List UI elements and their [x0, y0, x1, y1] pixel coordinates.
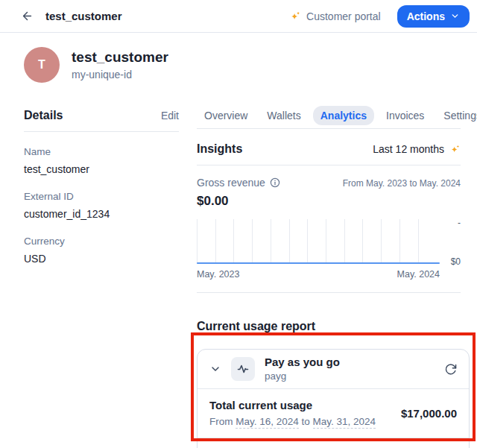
insights-header: Insights Last 12 months [197, 142, 461, 156]
total-usage-label: Total current usage [209, 398, 376, 412]
info-icon[interactable] [270, 177, 280, 188]
back-button[interactable] [21, 10, 34, 22]
chart-gridline [362, 219, 363, 264]
tab-settings[interactable]: Settings [436, 106, 477, 125]
gross-revenue-value: $0.00 [197, 194, 461, 209]
tab-analytics[interactable]: Analytics [313, 106, 374, 125]
x-axis-label-left: May. 2023 [197, 269, 239, 280]
insights-title: Insights [197, 142, 242, 156]
period-selector[interactable]: Last 12 months [373, 143, 461, 155]
usage-report-title: Current usage report [197, 320, 461, 333]
gross-revenue-chart: - $0 [197, 219, 461, 264]
chart-gridline [215, 219, 216, 264]
chart-gridline [197, 219, 198, 264]
edit-button[interactable]: Edit [161, 110, 179, 122]
main-content: Overview Wallets Analytics Invoices Sett… [197, 104, 461, 448]
actions-button[interactable]: Actions [397, 5, 470, 28]
customer-name: test_customer [72, 48, 168, 66]
chart-gridlines [197, 219, 418, 264]
plan-name: Pay as you go [265, 355, 340, 369]
chart-plot-area [197, 219, 440, 264]
total-usage-row: Total current usage From May. 16, 2024 t… [198, 389, 469, 438]
sparkle-icon [449, 144, 461, 155]
pulse-icon [237, 363, 249, 375]
chart-divider [197, 292, 461, 293]
details-title: Details [24, 109, 63, 122]
refresh-icon [444, 363, 457, 376]
insights-divider [197, 165, 461, 165]
details-header: Details Edit [24, 106, 179, 125]
total-usage-period: From May. 16, 2024 to May. 31, 2024 [209, 414, 376, 429]
tab-wallets[interactable]: Wallets [259, 106, 308, 125]
field-value: test_customer [24, 162, 179, 177]
chart-line-series [197, 262, 440, 264]
chart-gridline [381, 219, 382, 264]
period-prefix: From [209, 416, 236, 427]
collapse-toggle-button[interactable] [209, 363, 221, 375]
x-axis-label-right: May. 2024 [397, 269, 440, 280]
period-selector-label: Last 12 months [373, 143, 444, 155]
customer-portal-label: Customer portal [306, 10, 381, 22]
detail-field-external-id: External ID customer_id_1234 [24, 190, 179, 221]
field-label: External ID [24, 190, 179, 204]
tabs-divider [197, 128, 461, 129]
top-bar-title: test_customer [45, 10, 122, 22]
tab-invoices[interactable]: Invoices [379, 106, 432, 125]
detail-field-name: Name test_customer [24, 145, 179, 177]
avatar-initial: T [38, 58, 45, 72]
period-middle: to [299, 416, 313, 427]
tab-overview[interactable]: Overview [197, 106, 255, 125]
chevron-down-icon [209, 363, 221, 375]
plan-info: Pay as you go payg [265, 355, 340, 383]
plan-code: payg [265, 370, 340, 383]
metric-tokens-row: Tokens openai_tokens [198, 438, 469, 448]
gross-revenue-range: From May. 2023 to May. 2024 [343, 177, 461, 189]
actions-button-label: Actions [407, 10, 445, 22]
gross-revenue-row: Gross revenue From May. 2023 to May. 202… [197, 177, 461, 189]
customer-portal-link[interactable]: Customer portal [289, 10, 381, 22]
gross-revenue-label-group: Gross revenue [197, 177, 280, 189]
arrow-left-icon [21, 10, 34, 22]
chart-gridline [344, 219, 345, 264]
period-end-date[interactable]: May. 31, 2024 [313, 416, 376, 429]
chart-gridline [271, 219, 271, 264]
plan-badge [231, 357, 255, 381]
chart-gridline [399, 219, 400, 264]
field-value: customer_id_1234 [24, 206, 179, 221]
field-label: Name [24, 145, 179, 159]
usage-report-card: Pay as you go payg Total current usage F… [197, 349, 470, 448]
detail-field-currency: Currency USD [24, 235, 179, 266]
sparkle-icon [289, 10, 301, 22]
top-bar-actions: Customer portal Actions [289, 5, 470, 28]
chart-gridline [307, 219, 308, 264]
chevron-down-icon [450, 11, 460, 21]
chart-gridline [289, 219, 290, 264]
tab-bar: Overview Wallets Analytics Invoices Sett… [197, 104, 461, 127]
y-axis-label-top: - [458, 218, 461, 228]
customer-header: T test_customer my-unique-id [24, 47, 168, 83]
plan-row: Pay as you go payg [198, 350, 469, 388]
gross-revenue-label: Gross revenue [197, 177, 265, 189]
refresh-button[interactable] [444, 363, 457, 376]
total-usage-amount: $17,000.00 [401, 407, 457, 420]
avatar: T [24, 47, 60, 83]
chart-gridline [326, 219, 326, 264]
field-label: Currency [24, 235, 179, 248]
customer-external-id: my-unique-id [72, 68, 168, 82]
chart-x-axis: May. 2023 May. 2024 [197, 269, 461, 280]
chart-gridline [252, 219, 253, 264]
chart-gridline [233, 219, 234, 264]
field-value: USD [24, 251, 179, 266]
chart-gridline [418, 219, 419, 264]
period-start-date[interactable]: May. 16, 2024 [236, 416, 299, 429]
customer-identity: test_customer my-unique-id [72, 48, 168, 82]
details-divider [24, 131, 179, 132]
details-panel: Details Edit Name test_customer External… [24, 106, 179, 266]
y-axis-label-bottom: $0 [451, 256, 461, 267]
top-bar: test_customer Customer portal Actions [0, 0, 477, 33]
total-usage-info: Total current usage From May. 16, 2024 t… [209, 398, 376, 429]
